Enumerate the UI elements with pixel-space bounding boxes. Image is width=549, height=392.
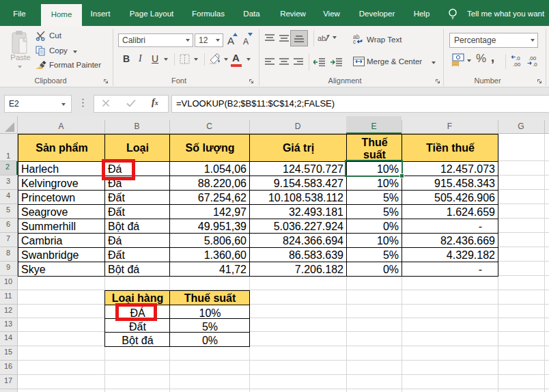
svg-text:ab: ab <box>318 34 326 42</box>
svg-text:.0: .0 <box>516 55 520 61</box>
svg-text:.00: .00 <box>529 55 537 61</box>
svg-text:.00: .00 <box>513 61 521 68</box>
svg-text:.0: .0 <box>533 61 537 68</box>
